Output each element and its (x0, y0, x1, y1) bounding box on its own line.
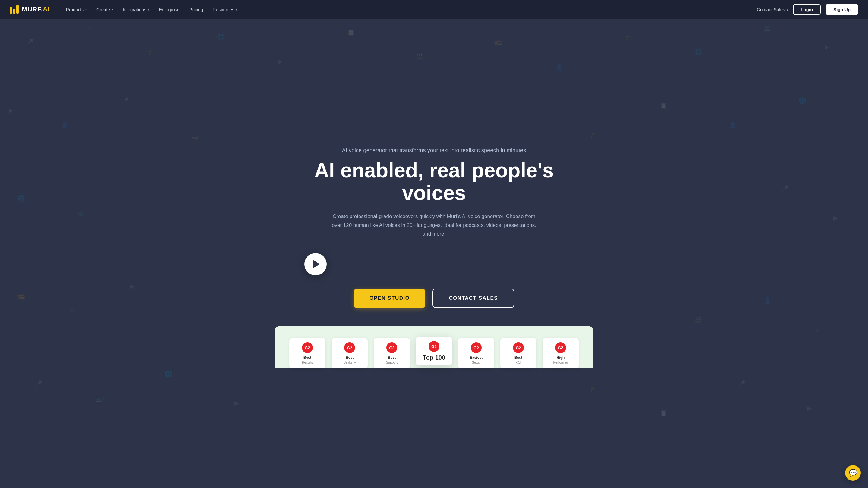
award-title-6: Best (515, 355, 522, 360)
logo-bar-1 (10, 7, 12, 13)
g2-badge-featured: G2 (429, 341, 439, 352)
award-card-5: G2 Easiest Setup (458, 338, 494, 368)
g2-badge-5: G2 (471, 342, 482, 353)
g2-badge-3: G2 (386, 342, 397, 353)
play-button[interactable] (304, 253, 327, 275)
g2-badge-2: G2 (344, 342, 355, 353)
nav-integrations[interactable]: Integrations ▾ (119, 4, 153, 14)
award-title-1: Best (304, 355, 311, 360)
award-card-3: G2 Best Support (374, 338, 410, 368)
award-card-1: G2 Best Results (289, 338, 326, 368)
nav-links: Products ▾ Create ▾ Integrations ▾ Enter… (62, 4, 242, 14)
g2-badge-7: G2 (555, 342, 566, 353)
award-subtitle-2: Usability (343, 361, 356, 364)
award-title-7: High (557, 355, 565, 360)
logo-accent: AI (43, 5, 50, 13)
logo-bar-2 (13, 9, 16, 13)
award-title-3: Best (388, 355, 396, 360)
contact-sales-arrow-icon: › (786, 7, 788, 12)
g2-badge-1: G2 (302, 342, 313, 353)
navbar: MURF.AI Products ▾ Create ▾ Integrations… (0, 0, 868, 19)
resources-chevron-icon: ▾ (236, 8, 237, 11)
nav-left: MURF.AI Products ▾ Create ▾ Integrations… (10, 4, 241, 14)
open-studio-button[interactable]: OPEN STUDIO (354, 289, 426, 308)
products-chevron-icon: ▾ (85, 8, 87, 11)
award-title-5: Easiest (470, 355, 483, 360)
nav-enterprise[interactable]: Enterprise (155, 4, 184, 14)
award-card-featured: G2 Top 100 (416, 337, 452, 365)
award-card-6: G2 Best ROI (500, 338, 536, 368)
hero-section: 🎤 ▷ 🎓 🌐 ▶ 📋 🎬 📻 👤 🎓 🌐 📺 ▶ ▶ 👤 🎤 🎬 ♪ 🎓 📋 … (0, 0, 868, 488)
hero-buttons: OPEN STUDIO CONTACT SALES (304, 289, 564, 308)
logo-bar-3 (16, 5, 19, 13)
logo[interactable]: MURF.AI (10, 5, 50, 13)
signup-button[interactable]: Sign Up (826, 4, 858, 15)
award-subtitle-6: ROI (516, 361, 521, 364)
logo-icon (10, 5, 19, 13)
award-subtitle-1: Results (302, 361, 313, 364)
hero-content: AI voice generator that transforms your … (304, 147, 564, 308)
nav-resources[interactable]: Resources ▾ (209, 4, 242, 14)
nav-products[interactable]: Products ▾ (62, 4, 91, 14)
play-button-wrap (304, 253, 564, 275)
login-button[interactable]: Login (793, 4, 821, 15)
award-subtitle-3: Support (386, 361, 398, 364)
nav-right: Contact Sales › Login Sign Up (757, 4, 858, 15)
nav-contact-sales[interactable]: Contact Sales › (757, 7, 788, 12)
hero-title: AI enabled, real people's voices (304, 159, 564, 204)
award-big-title: Top 100 (423, 354, 445, 361)
award-subtitle-7: Performer (553, 361, 568, 364)
chat-button[interactable]: 💬 (845, 465, 861, 481)
award-subtitle-5: Setup (472, 361, 481, 364)
contact-sales-button[interactable]: CONTACT SALES (433, 289, 514, 308)
chat-icon: 💬 (849, 469, 857, 477)
nav-create[interactable]: Create ▾ (92, 4, 117, 14)
create-chevron-icon: ▾ (112, 8, 113, 11)
awards-section: G2 Best Results G2 Best Usability G2 Bes… (275, 326, 593, 368)
nav-pricing[interactable]: Pricing (185, 4, 207, 14)
integrations-chevron-icon: ▾ (148, 8, 149, 11)
award-card-2: G2 Best Usability (332, 338, 368, 368)
hero-description: Create professional-grade voiceovers qui… (329, 213, 539, 238)
g2-badge-6: G2 (513, 342, 524, 353)
award-title-2: Best (346, 355, 353, 360)
awards-container: G2 Best Results G2 Best Usability G2 Bes… (6, 326, 862, 368)
hero-subtitle: AI voice generator that transforms your … (304, 147, 564, 154)
award-card-7: G2 High Performer (542, 338, 579, 368)
play-icon (313, 260, 320, 268)
logo-text: MURF.AI (22, 5, 50, 13)
